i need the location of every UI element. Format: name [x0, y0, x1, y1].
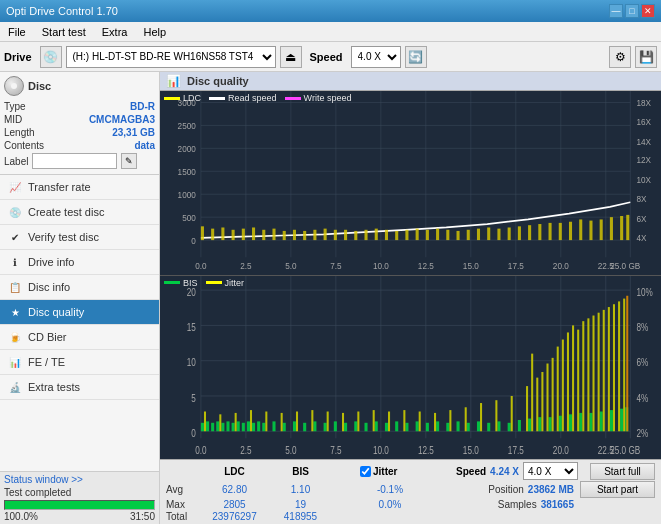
drive-select[interactable]: (H:) HL-DT-ST BD-RE WH16NS58 TST4 — [66, 46, 276, 68]
toolbar: Drive 💿 (H:) HL-DT-ST BD-RE WH16NS58 TST… — [0, 42, 661, 72]
nav-create-test-disc[interactable]: 💿 Create test disc — [0, 200, 159, 225]
svg-rect-215 — [623, 298, 625, 431]
svg-rect-75 — [508, 227, 511, 240]
svg-rect-182 — [311, 410, 313, 431]
svg-rect-88 — [160, 276, 661, 460]
svg-rect-213 — [613, 304, 615, 431]
svg-rect-212 — [608, 307, 610, 431]
nav-verify-test-disc[interactable]: ✔ Verify test disc — [0, 225, 159, 250]
close-button[interactable]: ✕ — [641, 4, 655, 18]
jitter-checkbox-group: Jitter — [360, 466, 397, 477]
svg-rect-127 — [206, 421, 209, 431]
nav-drive-info[interactable]: ℹ Drive info — [0, 250, 159, 275]
svg-text:2%: 2% — [636, 426, 648, 439]
eject-button[interactable]: ⏏ — [280, 46, 302, 68]
menu-help[interactable]: Help — [139, 22, 170, 41]
menu-start-test[interactable]: Start test — [38, 22, 90, 41]
svg-rect-199 — [541, 371, 543, 430]
svg-rect-57 — [324, 229, 327, 240]
jitter-checkbox[interactable] — [360, 466, 371, 477]
menu-file[interactable]: File — [4, 22, 30, 41]
legend-jitter-label: Jitter — [225, 278, 245, 288]
status-window-button[interactable]: Status window >> — [4, 474, 155, 485]
nav-extra-tests-label: Extra tests — [28, 381, 80, 393]
start-part-button[interactable]: Start part — [580, 481, 655, 498]
svg-text:4%: 4% — [636, 391, 648, 404]
menu-extra[interactable]: Extra — [98, 22, 132, 41]
svg-text:12.5: 12.5 — [418, 443, 434, 456]
ldc-header: LDC — [202, 466, 267, 477]
minimize-button[interactable]: — — [609, 4, 623, 18]
svg-text:5.0: 5.0 — [285, 260, 297, 271]
nav-cd-bier[interactable]: 🍺 CD Bier — [0, 325, 159, 350]
svg-rect-188 — [403, 410, 405, 431]
svg-rect-58 — [334, 230, 337, 240]
svg-rect-76 — [518, 226, 521, 240]
svg-rect-47 — [221, 227, 224, 240]
svg-rect-165 — [538, 417, 541, 431]
disc-label-input[interactable] — [32, 153, 117, 169]
label-edit-icon[interactable]: ✎ — [121, 153, 137, 169]
stats-header-row: LDC BIS Jitter Speed 4.24 X 4.0 X Start … — [166, 462, 655, 480]
save-button[interactable]: 💾 — [635, 46, 657, 68]
refresh-button[interactable]: 🔄 — [405, 46, 427, 68]
start-full-button[interactable]: Start full — [590, 463, 655, 480]
drive-icon-btn[interactable]: 💿 — [40, 46, 62, 68]
disc-type-label: Type — [4, 101, 26, 112]
progress-pct: 100.0% — [4, 511, 38, 522]
stats-panel: LDC BIS Jitter Speed 4.24 X 4.0 X Start … — [160, 459, 661, 524]
svg-rect-55 — [303, 231, 306, 240]
nav-drive-info-label: Drive info — [28, 256, 74, 268]
svg-rect-54 — [293, 230, 296, 240]
svg-rect-207 — [582, 321, 584, 431]
svg-text:7.5: 7.5 — [330, 260, 342, 271]
svg-rect-181 — [296, 411, 298, 431]
status-bar: Status window >> Test completed 100.0% 3… — [0, 471, 159, 524]
extra-tests-icon: 🔬 — [8, 380, 22, 394]
nav-disc-info[interactable]: 📋 Disc info — [0, 275, 159, 300]
main-layout: Disc Type BD-R MID CMCMAGBA3 Length 23,3… — [0, 72, 661, 524]
legend-write-speed: Write speed — [285, 93, 352, 103]
svg-rect-216 — [626, 295, 628, 431]
svg-rect-197 — [531, 353, 533, 431]
disc-type-value: BD-R — [130, 101, 155, 112]
speed-label: Speed — [310, 51, 343, 63]
nav-extra-tests[interactable]: 🔬 Extra tests — [0, 375, 159, 400]
speed-stat-select[interactable]: 4.0 X — [523, 462, 578, 480]
nav-cd-bier-label: CD Bier — [28, 331, 67, 343]
svg-rect-74 — [497, 229, 500, 240]
svg-text:12X: 12X — [636, 155, 651, 166]
speed-select[interactable]: 4.0 X — [351, 46, 401, 68]
svg-rect-153 — [416, 421, 419, 431]
svg-rect-193 — [480, 403, 482, 431]
svg-rect-62 — [375, 229, 378, 240]
svg-rect-72 — [477, 229, 480, 240]
svg-rect-141 — [293, 421, 296, 431]
position-label: Position — [488, 484, 524, 495]
svg-rect-45 — [201, 226, 204, 240]
svg-rect-139 — [272, 421, 275, 431]
svg-rect-149 — [375, 421, 378, 431]
nav-transfer-rate[interactable]: 📈 Transfer rate — [0, 175, 159, 200]
svg-rect-86 — [620, 216, 623, 240]
svg-text:12.5: 12.5 — [418, 260, 434, 271]
avg-label: Avg — [166, 484, 196, 495]
svg-rect-85 — [610, 217, 613, 240]
lower-chart-svg: 20 15 10 5 0 10% 8% 6% 4% 2% 0.0 2.5 5.0… — [160, 276, 661, 460]
nav-disc-quality[interactable]: ★ Disc quality — [0, 300, 159, 325]
svg-text:18X: 18X — [636, 97, 651, 108]
maximize-button[interactable]: □ — [625, 4, 639, 18]
nav-disc-quality-label: Disc quality — [28, 306, 84, 318]
settings-button[interactable]: ⚙ — [609, 46, 631, 68]
svg-rect-145 — [334, 421, 337, 431]
svg-rect-79 — [549, 223, 552, 240]
chart-title: Disc quality — [187, 75, 249, 87]
legend-bis-color — [164, 281, 180, 284]
svg-rect-186 — [373, 410, 375, 431]
nav-fe-te[interactable]: 📊 FE / TE — [0, 350, 159, 375]
legend-ldc-label: LDC — [183, 93, 201, 103]
svg-rect-63 — [385, 230, 388, 240]
legend-write-speed-color — [285, 97, 301, 100]
disc-mid-value: CMCMAGBA3 — [89, 114, 155, 125]
max-jitter: 0.0% — [360, 499, 420, 510]
